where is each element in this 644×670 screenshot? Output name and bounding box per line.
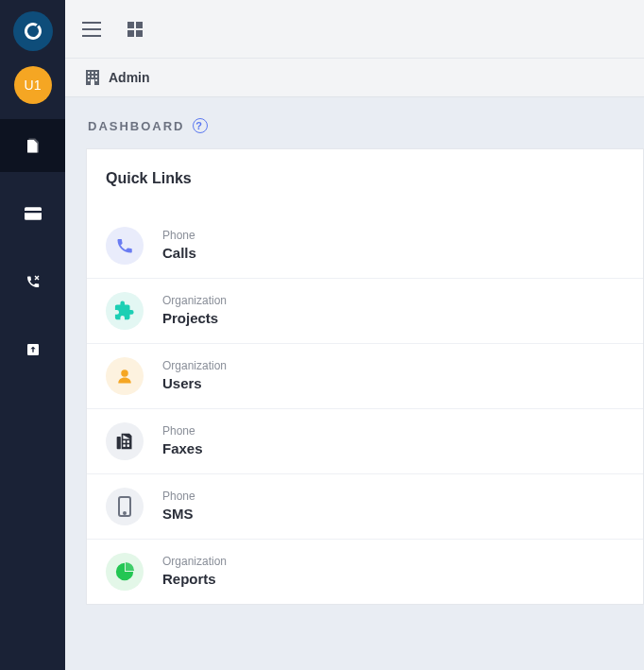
phone-icon: [106, 227, 144, 265]
svg-rect-19: [123, 440, 126, 443]
quick-link-faxes[interactable]: PhoneFaxes: [87, 409, 643, 474]
svg-rect-10: [95, 72, 97, 74]
mobile-icon: [106, 488, 144, 525]
svg-rect-1: [25, 211, 42, 213]
breadcrumb: Admin: [65, 59, 644, 97]
quick-links-card: Quick Links PhoneCallsOrganizationProjec…: [86, 148, 644, 605]
quick-link-category: Organization: [162, 294, 227, 309]
fax-icon: [106, 422, 144, 460]
phone-icon: [25, 274, 41, 289]
quick-link-label: SMS: [162, 505, 195, 524]
svg-point-17: [121, 369, 128, 377]
quick-link-category: Phone: [162, 490, 195, 505]
quick-link-sms[interactable]: PhoneSMS: [87, 474, 643, 540]
quick-link-label: Projects: [162, 309, 227, 328]
svg-rect-6: [136, 30, 143, 37]
sidebar-item-archive[interactable]: [0, 323, 65, 376]
quick-link-reports[interactable]: OrganizationReports: [87, 540, 643, 604]
avatar[interactable]: U1: [14, 66, 52, 104]
svg-rect-5: [127, 30, 134, 37]
quick-link-label: Users: [162, 374, 227, 393]
svg-rect-16: [91, 79, 94, 85]
svg-rect-4: [136, 22, 143, 28]
quick-link-calls[interactable]: PhoneCalls: [87, 214, 643, 279]
menu-icon[interactable]: [82, 22, 101, 37]
svg-rect-11: [88, 76, 90, 77]
logo[interactable]: [13, 11, 53, 51]
svg-rect-15: [95, 79, 97, 81]
main: Admin DASHBOARD ? Quick Links PhoneCalls…: [65, 0, 644, 670]
svg-rect-20: [127, 440, 130, 443]
svg-rect-14: [88, 79, 90, 81]
quick-link-users[interactable]: OrganizationUsers: [87, 344, 643, 409]
quick-link-category: Phone: [162, 424, 203, 439]
user-icon: [106, 357, 144, 395]
archive-icon: [25, 342, 41, 357]
card-icon: [25, 207, 42, 220]
sidebar-item-pages[interactable]: [0, 119, 65, 172]
logo-icon: [22, 20, 44, 43]
quick-links-title: Quick Links: [87, 170, 643, 187]
quick-link-category: Organization: [162, 359, 227, 374]
page-title-row: DASHBOARD ?: [65, 97, 644, 143]
sidebar-item-phone[interactable]: [0, 255, 65, 308]
topbar: [65, 0, 644, 59]
quick-link-projects[interactable]: OrganizationProjects: [87, 279, 643, 344]
svg-rect-21: [123, 444, 126, 447]
page-title: DASHBOARD: [88, 119, 185, 133]
grid-icon[interactable]: [127, 22, 143, 37]
svg-rect-22: [127, 444, 130, 447]
svg-rect-9: [92, 72, 93, 74]
help-icon[interactable]: ?: [193, 118, 208, 133]
quick-link-category: Organization: [162, 555, 227, 570]
sidebar-item-billing[interactable]: [0, 187, 65, 240]
avatar-text: U1: [25, 77, 42, 93]
puzzle-icon: [106, 292, 144, 330]
building-icon: [86, 70, 99, 85]
quick-links-list: PhoneCallsOrganizationProjectsOrganizati…: [87, 214, 643, 604]
svg-rect-8: [88, 72, 90, 74]
sidebar: U1: [0, 0, 65, 670]
breadcrumb-label: Admin: [109, 70, 150, 85]
svg-rect-13: [95, 76, 97, 77]
pages-icon: [25, 137, 42, 154]
svg-point-24: [124, 512, 126, 514]
quick-link-label: Faxes: [162, 439, 203, 458]
svg-rect-18: [117, 437, 121, 449]
quick-link-label: Reports: [162, 570, 227, 589]
pie-icon: [106, 553, 144, 591]
svg-rect-3: [127, 22, 134, 28]
quick-link-label: Calls: [162, 244, 196, 263]
svg-rect-0: [25, 207, 42, 220]
svg-rect-12: [92, 76, 93, 77]
quick-link-category: Phone: [162, 229, 196, 244]
